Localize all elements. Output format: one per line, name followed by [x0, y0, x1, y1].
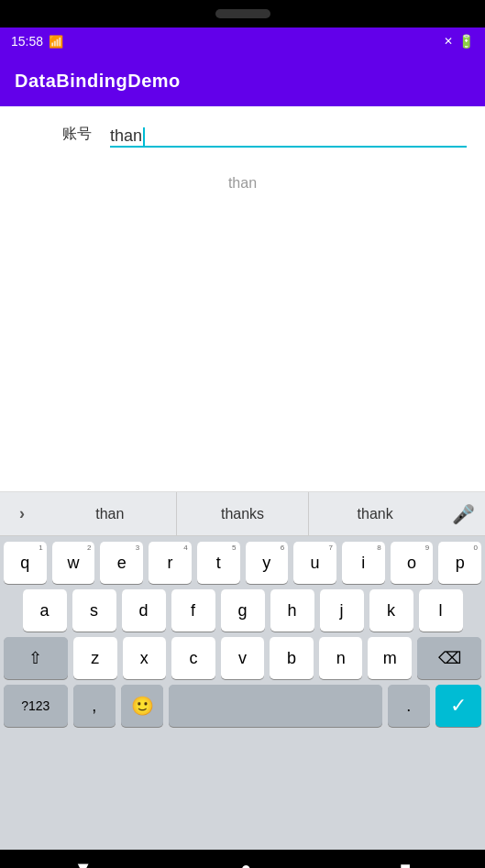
- emoji-key[interactable]: 🙂: [121, 685, 163, 727]
- suggestion-bar[interactable]: › than thanks thank 🎤: [0, 492, 485, 536]
- key-j[interactable]: j: [320, 589, 364, 632]
- key-i[interactable]: 8i: [342, 542, 385, 584]
- done-key[interactable]: ✓: [435, 685, 481, 727]
- battery-icon: 🔋: [458, 34, 474, 49]
- key-m[interactable]: m: [368, 637, 412, 679]
- app-title: DataBindingDemo: [15, 71, 181, 92]
- shift-key[interactable]: ⇧: [4, 637, 68, 679]
- back-button[interactable]: ▼: [74, 858, 93, 869]
- key-y[interactable]: 6y: [246, 542, 289, 584]
- comma-key[interactable]: ,: [73, 685, 116, 727]
- key-row-1: 1q 2w 3e 4r 5t 6y 7u 8i 9o 0p: [4, 542, 481, 584]
- key-k[interactable]: k: [369, 589, 413, 632]
- key-q[interactable]: 1q: [4, 542, 47, 584]
- key-p[interactable]: 0p: [438, 542, 481, 584]
- key-r[interactable]: 4r: [149, 542, 192, 584]
- key-b[interactable]: b: [270, 637, 314, 679]
- key-v[interactable]: v: [221, 637, 265, 679]
- key-x[interactable]: x: [123, 637, 167, 679]
- mic-icon: 🎤: [452, 503, 475, 525]
- key-n[interactable]: n: [319, 637, 363, 679]
- key-row-3: ⇧ z x c v b n m ⌫: [4, 637, 481, 679]
- recent-button[interactable]: ■: [400, 858, 411, 869]
- key-g[interactable]: g: [221, 589, 265, 632]
- expand-icon: ›: [19, 504, 25, 523]
- key-row-2: a s d f g h j k l: [4, 589, 481, 632]
- key-row-4: ?123 , 🙂 . ✓: [4, 685, 481, 727]
- suggestion-item-2[interactable]: thank: [308, 492, 441, 536]
- home-button[interactable]: ●: [240, 858, 251, 869]
- key-w[interactable]: 2w: [52, 542, 95, 584]
- input-text: than: [110, 126, 142, 146]
- account-input-wrapper[interactable]: than: [110, 126, 467, 148]
- status-right: ✕ 🔋: [444, 34, 474, 49]
- keys-area: 1q 2w 3e 4r 5t 6y 7u 8i 9o 0p a s d f g …: [0, 536, 485, 850]
- key-a[interactable]: a: [23, 589, 67, 632]
- key-s[interactable]: s: [72, 589, 116, 632]
- suggestions-list[interactable]: than thanks thank: [44, 492, 441, 536]
- space-key[interactable]: [169, 685, 381, 727]
- key-u[interactable]: 7u: [293, 542, 336, 584]
- text-cursor: [143, 127, 145, 146]
- keyboard: › than thanks thank 🎤 1q 2w 3e 4r 5t 6y …: [0, 492, 485, 850]
- content-area: 账号 than than: [0, 106, 485, 491]
- phone-top: [0, 0, 485, 27]
- status-bar: 15:58 📶 ✕ 🔋: [0, 27, 485, 55]
- close-icon: ✕: [444, 35, 453, 48]
- period-key[interactable]: .: [388, 685, 430, 727]
- nav-bar: ▼ ● ■: [0, 850, 485, 868]
- account-row: 账号 than: [0, 125, 485, 148]
- key-z[interactable]: z: [73, 637, 117, 679]
- phone-camera: [215, 9, 270, 18]
- below-suggestion: than: [0, 175, 485, 192]
- suggestion-item-1[interactable]: thanks: [176, 492, 309, 536]
- key-h[interactable]: h: [270, 589, 314, 632]
- key-d[interactable]: d: [122, 589, 166, 632]
- status-left: 15:58 📶: [11, 34, 63, 49]
- key-e[interactable]: 3e: [100, 542, 143, 584]
- suggestion-item-0[interactable]: than: [44, 492, 176, 536]
- key-t[interactable]: 5t: [197, 542, 240, 584]
- symbols-key[interactable]: ?123: [4, 685, 68, 727]
- key-o[interactable]: 9o: [391, 542, 434, 584]
- account-label: 账号: [18, 125, 110, 148]
- key-l[interactable]: l: [419, 589, 463, 632]
- key-c[interactable]: c: [171, 637, 215, 679]
- app-bar: DataBindingDemo: [0, 55, 485, 106]
- signal-icon: 📶: [49, 35, 63, 49]
- expand-button[interactable]: ›: [0, 492, 44, 536]
- status-time: 15:58: [11, 34, 43, 49]
- delete-key[interactable]: ⌫: [417, 637, 481, 679]
- mic-button[interactable]: 🎤: [441, 492, 485, 536]
- key-f[interactable]: f: [171, 589, 215, 632]
